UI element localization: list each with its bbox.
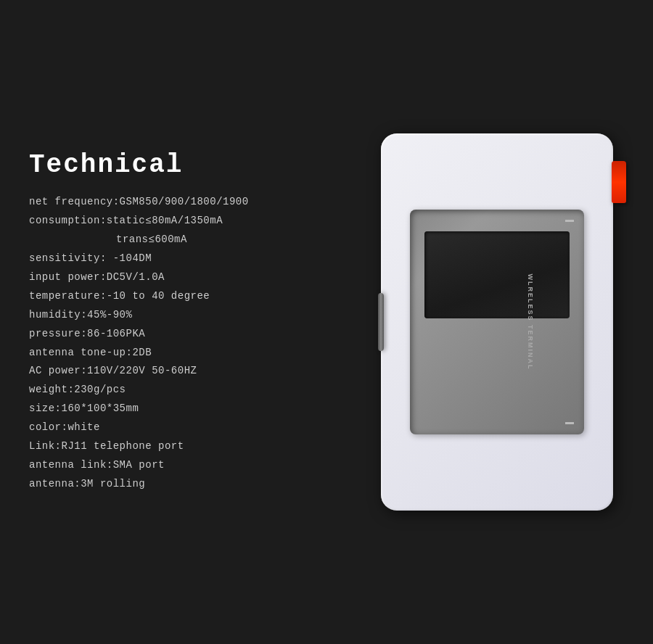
device-body: WLRELESS TERMINAL bbox=[381, 133, 613, 511]
spec-line: AC power:110V/220V 50-60HZ bbox=[29, 362, 334, 381]
spec-line: pressure:86-106PKA bbox=[29, 325, 334, 344]
spec-line: trans≤600mA bbox=[29, 231, 334, 249]
device-panel: WLRELESS TERMINAL bbox=[363, 133, 631, 511]
spec-line: temperature:-10 to 40 degree bbox=[29, 287, 334, 306]
antenna bbox=[612, 161, 626, 203]
main-container: Technical net frequency:GSM850/900/1800/… bbox=[0, 0, 653, 644]
spec-line: humidity:45%-90% bbox=[29, 306, 334, 325]
spec-line: Link:RJ11 telephone port bbox=[29, 437, 334, 456]
spec-line: sensitivity: -104DM bbox=[29, 249, 334, 268]
side-slot bbox=[378, 293, 384, 351]
spec-lines: net frequency:GSM850/900/1800/1900consum… bbox=[29, 193, 334, 493]
display-area: WLRELESS TERMINAL bbox=[410, 210, 584, 434]
spec-line: antenna link:SMA port bbox=[29, 456, 334, 475]
device-label: WLRELESS TERMINAL bbox=[527, 274, 534, 371]
corner-mark-bottom bbox=[565, 422, 574, 424]
corner-mark-top bbox=[565, 220, 574, 222]
spec-title: Technical bbox=[29, 150, 334, 180]
spec-line: input power:DC5V/1.0A bbox=[29, 268, 334, 287]
spec-line: consumption:static≤80mA/1350mA bbox=[29, 212, 334, 231]
spec-line: antenna:3M rolling bbox=[29, 475, 334, 494]
spec-line: weight:230g/pcs bbox=[29, 381, 334, 400]
spec-line: size:160*100*35mm bbox=[29, 400, 334, 418]
specs-panel: Technical net frequency:GSM850/900/1800/… bbox=[29, 150, 334, 493]
display-screen bbox=[424, 231, 570, 318]
spec-line: net frequency:GSM850/900/1800/1900 bbox=[29, 193, 334, 212]
spec-line: antenna tone-up:2DB bbox=[29, 344, 334, 363]
spec-line: color:white bbox=[29, 418, 334, 437]
